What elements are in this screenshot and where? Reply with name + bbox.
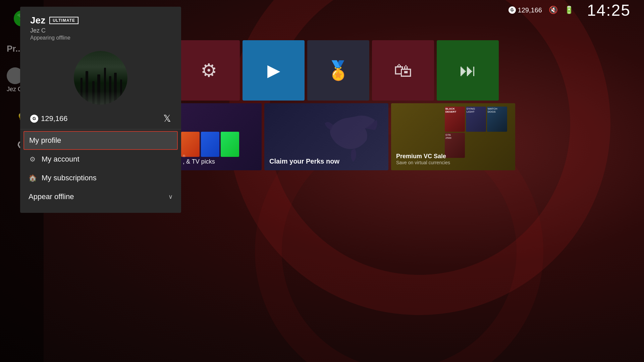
achievements-tile[interactable]: 🏅 bbox=[307, 40, 369, 101]
profile-stats-row: G 129,166 𝕏 bbox=[20, 110, 181, 127]
menu-item-my-account[interactable]: ⚙ My account bbox=[20, 150, 181, 169]
games-tv-sublabel: n bbox=[183, 153, 215, 158]
premium-sub-label: Save on virtual currencies bbox=[396, 160, 450, 165]
mute-icon: 🔇 bbox=[549, 6, 558, 14]
menu-item-my-profile-label: My profile bbox=[29, 136, 172, 145]
media-tile[interactable]: ▶ bbox=[243, 40, 305, 101]
gamepass-icon: ⏭ bbox=[460, 61, 476, 80]
menu-divider-1 bbox=[20, 129, 181, 129]
profile-status: Appearing offline bbox=[30, 35, 171, 41]
battery-icon: 🔋 bbox=[565, 6, 574, 14]
perks-main-label: Claim your Perks now bbox=[269, 158, 339, 165]
store-tile[interactable]: 🛍 bbox=[372, 40, 434, 101]
avatar-fog bbox=[74, 91, 127, 105]
settings-icon: ⚙ bbox=[201, 60, 217, 81]
profile-header: Jez ULTIMATE Jez C Appearing offline bbox=[20, 7, 181, 46]
premium-thumb-1: BLACKDESERT bbox=[445, 107, 465, 132]
games-tv-tile[interactable]: n , & TV picks bbox=[178, 103, 262, 170]
premium-thumbs: BLACKDESERT DYINGLIGHT WATCHDOGS GTA2500 bbox=[445, 107, 512, 158]
gamepass-tile[interactable]: ⏭ bbox=[437, 40, 499, 101]
tile-row-1: ⚙ ▶ 🏅 🛍 ⏭ bbox=[178, 40, 637, 101]
gamerscore-display: G 129,166 bbox=[508, 6, 542, 14]
profile-panel: Jez ULTIMATE Jez C Appearing offline bbox=[20, 7, 181, 213]
games-tv-main-label: , & TV picks bbox=[183, 158, 215, 165]
games-tv-label: n , & TV picks bbox=[183, 153, 215, 165]
topbar-right: G 129,166 🔇 🔋 14:25 bbox=[508, 1, 631, 19]
menu-account-icon: ⚙ bbox=[29, 155, 37, 163]
perks-creature-icon bbox=[315, 110, 382, 164]
perks-label: Claim your Perks now bbox=[269, 158, 339, 165]
profile-g-icon: G bbox=[30, 115, 38, 123]
settings-tile[interactable]: ⚙ bbox=[178, 40, 240, 101]
profile-avatar bbox=[74, 51, 127, 105]
clock-display: 14:25 bbox=[587, 1, 631, 19]
tile-grid: ⚙ ▶ 🏅 🛍 ⏭ n bbox=[178, 20, 637, 362]
gamerscore-icon: G bbox=[508, 6, 516, 14]
ultimate-badge: ULTIMATE bbox=[49, 17, 78, 24]
store-icon: 🛍 bbox=[394, 60, 412, 81]
media-icon: ▶ bbox=[267, 61, 280, 80]
perks-tile[interactable]: Claim your Perks now bbox=[264, 103, 388, 170]
game-thumb-3 bbox=[221, 132, 239, 157]
twitter-icon[interactable]: 𝕏 bbox=[163, 113, 171, 124]
games-tile-bg: n , & TV picks bbox=[178, 103, 262, 170]
profile-gamerscore-display: G 129,166 bbox=[30, 114, 68, 123]
menu-item-my-account-label: My account bbox=[42, 155, 173, 164]
profile-username-row: Jez ULTIMATE bbox=[30, 15, 171, 26]
menu-item-my-subscriptions[interactable]: 🏠 My subscriptions bbox=[20, 169, 181, 187]
menu-subscriptions-icon: 🏠 bbox=[29, 174, 37, 182]
profile-gamertag: Jez C bbox=[30, 27, 171, 34]
premium-tile[interactable]: BLACKDESERT DYINGLIGHT WATCHDOGS GTA2500… bbox=[391, 103, 515, 170]
menu-item-appear-offline[interactable]: Appear offline ∨ bbox=[20, 187, 181, 206]
premium-thumb-2: DYINGLIGHT bbox=[466, 107, 486, 132]
menu-item-my-profile[interactable]: My profile bbox=[23, 131, 178, 150]
profile-gamerscore-value: 129,166 bbox=[41, 114, 68, 123]
gamerscore-value: 129,166 bbox=[518, 6, 542, 14]
profile-avatar-row bbox=[20, 46, 181, 110]
premium-thumb-3: WATCHDOGS bbox=[487, 107, 507, 132]
avatar-forest-bg bbox=[74, 51, 127, 105]
premium-vc-label: Premium VC Sale Save on virtual currenci… bbox=[396, 153, 450, 165]
premium-main-label: Premium VC Sale bbox=[396, 153, 450, 160]
premium-tile-bg: BLACKDESERT DYINGLIGHT WATCHDOGS GTA2500… bbox=[391, 103, 515, 170]
tile-row-2: n , & TV picks Claim your Perks now bbox=[178, 103, 637, 170]
menu-item-my-subscriptions-label: My subscriptions bbox=[42, 174, 173, 182]
chevron-down-icon: ∨ bbox=[168, 193, 173, 200]
menu-item-appear-offline-label: Appear offline bbox=[29, 192, 163, 201]
achievements-icon: 🏅 bbox=[327, 60, 350, 81]
profile-username: Jez bbox=[30, 15, 45, 26]
